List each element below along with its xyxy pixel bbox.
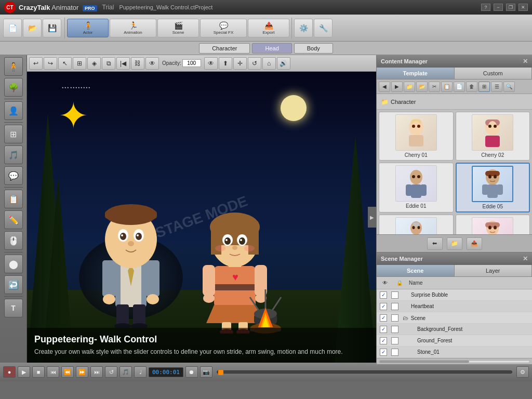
tool-speech[interactable]: 💬 [4, 166, 23, 185]
clone-button[interactable]: ⧉ [102, 57, 115, 70]
visibility-toggle[interactable]: ✓ [380, 303, 387, 310]
maximize-button[interactable]: ❐ [506, 4, 515, 11]
options-button[interactable]: 🔧 [314, 19, 332, 37]
cm-btn-3[interactable]: 📁 [404, 82, 415, 92]
minimize-button[interactable]: − [494, 4, 503, 11]
forward-button[interactable]: ⏩ [76, 366, 88, 378]
tool-draw[interactable]: ✏️ [4, 210, 23, 229]
tab-character[interactable]: Character [199, 43, 250, 54]
table-row[interactable]: ✓ Ground_Forest [377, 335, 532, 347]
tab-layer[interactable]: Layer [455, 265, 533, 276]
move-button[interactable]: ✛ [233, 57, 247, 70]
transform-button[interactable]: ⊞ [73, 57, 86, 70]
visibility-toggle[interactable]: ✓ [380, 349, 387, 356]
undo-button[interactable]: ↩ [29, 57, 43, 70]
opacity-input[interactable] [182, 59, 201, 67]
tool-grid[interactable]: ⊞ [4, 125, 23, 143]
tab-body[interactable]: Body [294, 43, 333, 54]
window-controls[interactable]: ? − ❐ ✕ [481, 4, 528, 11]
home-button[interactable]: ⌂ [262, 57, 276, 70]
table-row[interactable]: ✓ Background_Forest [377, 324, 532, 335]
camera-button[interactable]: 📷 [200, 366, 212, 378]
table-row[interactable]: ✓ 🗁 Scene [377, 312, 532, 324]
content-manager-close[interactable]: ✕ [523, 58, 528, 65]
visibility-toggle[interactable]: ✓ [380, 337, 387, 344]
help-button[interactable]: ? [481, 4, 490, 11]
settings-button[interactable]: ⚙️ [294, 19, 313, 37]
loop-button[interactable]: ↺ [105, 366, 117, 378]
tab-special-fx[interactable]: 💬 Special FX [200, 19, 247, 37]
settings2-button[interactable]: ⚙ [516, 366, 529, 378]
list-item[interactable]: Cherry 02 [456, 112, 530, 161]
record-button[interactable]: ● [3, 366, 16, 378]
lock-toggle[interactable] [391, 314, 398, 322]
lock-toggle[interactable] [391, 337, 398, 344]
link-button[interactable]: ⛓ [131, 57, 144, 70]
tool-actor[interactable]: 🧍 [4, 57, 23, 76]
cm-btn-search[interactable]: 🔍 [503, 82, 515, 92]
eye2-button[interactable]: 👁 [204, 57, 218, 70]
import-button[interactable]: ⬅ [427, 237, 443, 250]
scene-scrollbar[interactable] [377, 358, 532, 364]
tool-undo[interactable]: ↩️ [4, 275, 23, 294]
tab-custom[interactable]: Custom [455, 68, 533, 79]
list-item[interactable]: Eddie 01 [379, 163, 454, 212]
list-item[interactable]: Sally [456, 215, 530, 234]
cm-btn-list[interactable]: ☰ [491, 82, 502, 92]
play-button[interactable]: ▶ [18, 366, 30, 378]
up-button[interactable]: ⬆ [219, 57, 232, 70]
tool-fill[interactable]: ⬤ [4, 255, 23, 273]
list-item[interactable]: Cherry 01 [379, 112, 454, 161]
stop-button[interactable]: ■ [32, 366, 45, 378]
tool-music[interactable]: 🎵 [4, 145, 23, 164]
list-item[interactable]: Mr. Rosenberg [379, 215, 454, 234]
list-item[interactable]: Eddie 05 [456, 163, 530, 212]
rotate-button[interactable]: ↺ [248, 57, 261, 70]
progress-thumb[interactable] [218, 370, 223, 375]
cm-btn-8[interactable]: 🗑 [466, 82, 477, 92]
new-button[interactable]: 📄 [3, 19, 22, 37]
tool-script[interactable]: 📋 [4, 190, 23, 208]
tool-text[interactable]: T [4, 299, 23, 317]
tool-person[interactable]: 👤 [4, 101, 23, 120]
tool-cursor[interactable]: 🖱️ [4, 231, 23, 250]
tab-scene[interactable]: 🎬 Scene [157, 19, 199, 37]
lock-toggle[interactable] [391, 303, 398, 310]
tab-export[interactable]: 📤 Export [248, 19, 289, 37]
cm-btn-2[interactable]: ▶ [391, 82, 403, 92]
visibility-toggle[interactable]: ✓ [380, 326, 387, 333]
eye-button[interactable]: 👁 [145, 57, 159, 70]
new-folder-button[interactable]: 📁 [447, 237, 462, 250]
lock-toggle[interactable] [391, 291, 398, 299]
cm-btn-4[interactable]: 📂 [416, 82, 428, 92]
canvas-viewport[interactable]: ★ ★ ★ ★ ★ ★ ★ ★ ★ ★ ★ ✦ [27, 72, 376, 363]
export-button[interactable]: 📤 [467, 237, 482, 250]
cm-btn-7[interactable]: 📄 [454, 82, 465, 92]
scroll-track[interactable] [379, 360, 530, 363]
redo-button[interactable]: ↪ [44, 57, 57, 70]
cm-btn-5[interactable]: ✂ [429, 82, 440, 92]
visibility-toggle[interactable]: ✓ [380, 314, 387, 322]
metronome-button[interactable]: ♩ [134, 366, 147, 378]
panel-collapse-arrow[interactable]: ▶ [368, 207, 376, 228]
tab-template[interactable]: Template [377, 68, 455, 79]
speaker-button[interactable]: 🔊 [277, 57, 290, 70]
tab-head[interactable]: Head [252, 43, 291, 54]
back-button[interactable]: ⏪ [61, 366, 74, 378]
tab-scene-view[interactable]: Scene [377, 265, 455, 276]
table-row[interactable]: ✓ Stone_01 [377, 347, 532, 358]
prev-frame-button[interactable]: ⏮ [47, 366, 59, 378]
cm-btn-grid[interactable]: ⊞ [478, 82, 490, 92]
lock-toggle[interactable] [391, 326, 398, 333]
tool-scene[interactable]: 🌳 [4, 78, 23, 97]
scroll-thumb[interactable] [379, 361, 469, 363]
reset-button[interactable]: |◀ [116, 57, 130, 70]
cm-btn-1[interactable]: ◀ [379, 82, 390, 92]
table-row[interactable]: ✓ Surprise Bubble [377, 289, 532, 301]
record2-button[interactable]: ⏺ [185, 366, 198, 378]
next-frame-button[interactable]: ⏭ [90, 366, 103, 378]
tab-animation[interactable]: 🏃 Animation [110, 19, 156, 37]
scene-manager-close[interactable]: ✕ [523, 255, 528, 262]
character-tree[interactable]: 📁 Character [377, 94, 532, 110]
table-row[interactable]: ✓ Heartbeat [377, 301, 532, 312]
